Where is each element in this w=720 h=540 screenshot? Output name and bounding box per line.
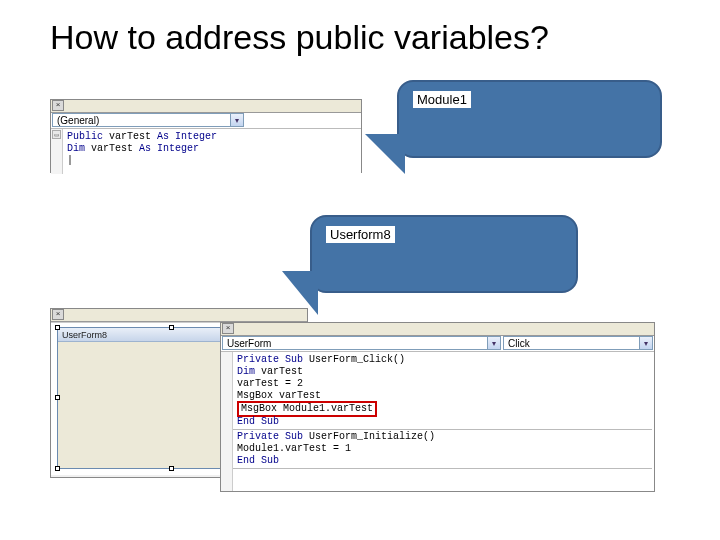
chevron-down-icon[interactable] (230, 114, 243, 126)
code-token: End Sub (237, 455, 279, 466)
close-icon[interactable]: × (222, 323, 234, 334)
code-token: Dim (67, 143, 85, 154)
object-combo-value: UserForm (227, 338, 271, 349)
split-indicator: ▭ (52, 130, 61, 139)
resize-handle[interactable] (55, 395, 60, 400)
code-editor[interactable]: Private Sub UserForm_Click() Dim varTest… (221, 352, 654, 492)
slide-title: How to address public variables? (50, 18, 549, 57)
highlighted-line: MsgBox Module1.varTest (237, 401, 377, 417)
code-line: varTest = 2 (237, 378, 303, 389)
window-topbar: × (51, 100, 361, 113)
object-combo[interactable]: (General) (52, 113, 244, 127)
code-token: Private Sub (237, 431, 303, 442)
code-token: As Integer (157, 131, 217, 142)
code-token: End Sub (237, 416, 279, 427)
code-token: UserForm_Click() (303, 354, 405, 365)
resize-handle[interactable] (55, 325, 60, 330)
window-topbar: × (51, 309, 307, 322)
close-icon[interactable]: × (52, 309, 64, 320)
code-token: Private Sub (237, 354, 303, 365)
code-editor[interactable]: ▭Public varTest As Integer Dim varTest A… (51, 129, 361, 174)
resize-handle[interactable] (169, 466, 174, 471)
object-proc-combos: UserForm Click (221, 336, 654, 352)
callout-userform8: Userform8 (310, 215, 578, 293)
proc-separator (221, 429, 652, 430)
procedure-combo-value: Click (508, 338, 530, 349)
code-token: varTest (255, 366, 303, 377)
object-proc-combos: (General) (51, 113, 361, 129)
userform-code-window: × UserForm Click Private Sub UserForm_Cl… (220, 322, 655, 492)
code-gutter (221, 352, 233, 492)
code-gutter: ▭ (51, 129, 63, 174)
object-combo[interactable]: UserForm (222, 336, 501, 350)
resize-handle[interactable] (55, 466, 60, 471)
resize-handle[interactable] (169, 325, 174, 330)
userform-caption: UserForm8 (62, 330, 107, 340)
code-token: varTest (103, 131, 157, 142)
code-token: As Integer (139, 143, 199, 154)
procedure-combo[interactable]: Click (503, 336, 653, 350)
callout-tail (365, 134, 405, 174)
module-code-window: × (General) ▭Public varTest As Integer D… (50, 99, 362, 173)
callout-module1: Module1 (397, 80, 662, 158)
proc-separator (221, 468, 652, 469)
callout-module1-label: Module1 (413, 91, 471, 108)
close-icon[interactable]: × (52, 100, 64, 111)
code-token: Public (67, 131, 103, 142)
code-token: UserForm_Initialize() (303, 431, 435, 442)
chevron-down-icon[interactable] (487, 337, 500, 349)
code-line: MsgBox varTest (237, 390, 321, 401)
code-token: Dim (237, 366, 255, 377)
chevron-down-icon[interactable] (639, 337, 652, 349)
window-topbar: × (221, 323, 654, 336)
code-line: Module1.varTest = 1 (237, 443, 351, 454)
callout-userform8-label: Userform8 (326, 226, 395, 243)
object-combo-value: (General) (57, 115, 99, 126)
code-token: varTest (85, 143, 139, 154)
